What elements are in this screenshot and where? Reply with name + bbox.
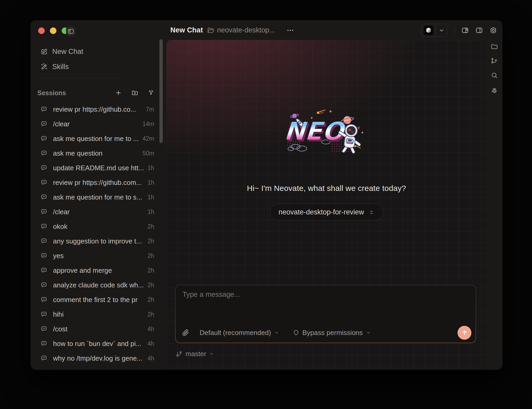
session-list-item[interactable]: okok 2h (37, 219, 154, 234)
attach-file-button[interactable] (182, 329, 189, 336)
permissions-selector[interactable]: Bypass permissions (293, 329, 371, 337)
chat-bubble-icon (41, 135, 47, 142)
session-title: review pr https://github.co... (53, 105, 143, 113)
model-switcher-dropdown[interactable] (436, 24, 447, 37)
session-list-item[interactable]: review pr https://github.co... 7m (37, 102, 154, 117)
filter-sessions-button[interactable] (148, 90, 154, 96)
files-panel-button[interactable] (489, 42, 499, 52)
chat-bubble-icon (41, 150, 47, 157)
session-list-item[interactable]: any suggestion to improve t... 2h (37, 234, 154, 248)
project-breadcrumb[interactable]: neovate-desktop... (207, 26, 275, 34)
session-title: okok (53, 223, 144, 231)
chat-bubble-icon (41, 355, 47, 362)
session-title: approve and merge (53, 266, 144, 275)
session-list-item[interactable]: why no /tmp/dev.log is gene... 4h (37, 351, 154, 366)
greeting-text: Hi~ I'm Neovate, what shall we create to… (166, 184, 487, 193)
chat-bubble-icon (41, 238, 47, 245)
project-selector[interactable]: neovate-desktop-for-review (270, 204, 383, 221)
session-title: why no /tmp/dev.log is gene... (53, 354, 144, 362)
session-title: ask me question for me to s... (53, 193, 144, 201)
session-list-item[interactable]: update README.md use htt... 1h (37, 161, 154, 175)
sidebar-toggle-button[interactable] (66, 27, 76, 36)
chat-bubble-icon (41, 311, 47, 318)
settings-button[interactable] (490, 27, 497, 34)
chat-bubble-icon (41, 340, 47, 347)
session-list: review pr https://github.co... 7m /clear… (37, 102, 154, 366)
new-session-button[interactable] (115, 89, 122, 96)
folder-plus-icon (131, 89, 138, 96)
session-title: ask me question for me to ... (53, 135, 139, 143)
session-list-item[interactable]: /clear 14m (37, 117, 154, 131)
session-list-item[interactable]: review pr https://github.com... 1h (37, 175, 154, 190)
session-list-item[interactable]: analyze claude code sdk wh... 2h (37, 278, 154, 292)
branch-name: master (186, 350, 206, 358)
folder-open-icon (207, 27, 214, 34)
sidebar-scrollbar[interactable] (159, 39, 163, 143)
settings-nut-icon (490, 27, 497, 34)
session-list-item[interactable]: ask me question 50m (37, 146, 154, 161)
debug-panel-button[interactable] (489, 86, 499, 96)
minimize-window-button[interactable] (50, 27, 56, 34)
chat-bubble-icon (41, 179, 47, 186)
panel-right-icon (476, 27, 483, 34)
titlebar-more-button[interactable] (286, 26, 294, 34)
main-content-panel: NEO NEO (166, 40, 487, 370)
session-list-item[interactable]: how to run `bun dev` and pi... 4h (37, 336, 154, 351)
close-window-button[interactable] (38, 27, 45, 34)
neo-logo-illustration: NEO NEO (287, 108, 365, 156)
session-title: comment the first 2 to the pr (53, 296, 144, 304)
search-panel-button[interactable] (489, 70, 499, 80)
sidebar-divider (37, 78, 122, 78)
git-panel-button[interactable] (489, 56, 499, 66)
session-list-item[interactable]: /clear 1h (37, 204, 154, 219)
session-timestamp: 2h (147, 267, 154, 274)
app-window: New Chat neovate-desktop... (31, 20, 502, 370)
chevron-down-icon (366, 330, 371, 335)
permissions-selector-value: Bypass permissions (302, 329, 363, 337)
session-timestamp: 1h (147, 208, 154, 215)
session-title: analyze claude code sdk wh... (53, 281, 144, 289)
sidebar-item-skills[interactable]: Skills (37, 59, 154, 74)
right-icon-rail (487, 40, 502, 370)
svg-text:NEO: NEO (287, 117, 347, 146)
session-timestamp: 2h (147, 282, 154, 289)
session-title: /cost (53, 325, 144, 333)
git-branch-selector[interactable]: master (176, 349, 214, 359)
desktop: New Chat neovate-desktop... (0, 0, 532, 409)
session-list-item[interactable]: ask me question for me to s... 1h (37, 190, 154, 204)
chat-bubble-icon (41, 121, 47, 127)
paperclip-icon (182, 329, 189, 336)
session-title: how to run `bun dev` and pi... (53, 340, 144, 348)
model-cube-icon (424, 26, 433, 35)
session-list-item[interactable]: yes 2h (37, 248, 154, 263)
session-list-item[interactable]: approve and merge 2h (37, 263, 154, 278)
session-title: yes (53, 252, 144, 260)
sidebar-item-new-chat[interactable]: New Chat (37, 44, 154, 59)
composer-container: Default (recommended) Bypass p (175, 285, 476, 343)
session-timestamp: 2h (147, 311, 154, 318)
sidebar-item-label: New Chat (52, 48, 83, 56)
toggle-right-panel-button[interactable] (461, 27, 469, 34)
send-message-button[interactable] (458, 326, 471, 340)
new-folder-button[interactable] (131, 89, 138, 96)
session-timestamp: 2h (147, 223, 154, 230)
session-title: hihi (53, 310, 144, 319)
chat-bubble-icon (41, 252, 47, 259)
message-input[interactable] (182, 291, 469, 299)
model-switcher-current[interactable] (421, 24, 436, 37)
mode-selector[interactable]: Default (recommended) (200, 329, 279, 337)
model-switcher[interactable] (421, 24, 448, 37)
session-list-item[interactable]: comment the first 2 to the pr 2h (37, 292, 154, 307)
search-icon (491, 72, 498, 79)
git-pull-request-icon (491, 57, 498, 64)
session-timestamp: 1h (147, 164, 154, 172)
session-list-item[interactable]: /cost 4h (37, 322, 154, 336)
session-list-item[interactable]: ask me question for me to ... 42m (37, 131, 154, 146)
session-list-item[interactable]: hihi 2h (37, 307, 154, 322)
sessions-title: Sessions (37, 89, 66, 97)
bug-icon (491, 87, 498, 94)
sidebar-item-label: Skills (52, 63, 69, 71)
toggle-secondary-panel-button[interactable] (476, 27, 483, 34)
composer[interactable]: Default (recommended) Bypass p (176, 285, 476, 343)
chat-bubble-icon (41, 194, 47, 201)
